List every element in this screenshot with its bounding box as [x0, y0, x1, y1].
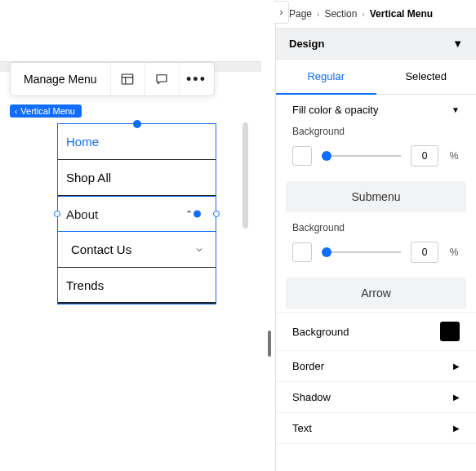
menu-item-label: About: [66, 207, 98, 221]
opacity-slider[interactable]: [322, 148, 401, 164]
opacity-input[interactable]: [411, 242, 438, 263]
crumb-section[interactable]: Section: [324, 8, 357, 20]
chevron-left-icon: ‹: [15, 107, 17, 116]
slider-track: [322, 155, 401, 157]
arrow-color-swatch[interactable]: [440, 322, 460, 341]
text-row[interactable]: Text ▶: [276, 413, 476, 444]
chevron-right-icon: ▶: [453, 424, 460, 433]
submenu-item-contact-us[interactable]: Contact Us: [58, 232, 216, 268]
panel-collapse-toggle[interactable]: ›: [274, 1, 289, 24]
submenu-background-control: %: [276, 238, 476, 274]
svg-rect-0: [122, 74, 133, 84]
panel-body: Fill color & opacity ▼ Background % Subm…: [276, 95, 476, 471]
element-toolbar: Manage Menu •••: [10, 62, 215, 96]
resize-handle-left[interactable]: [54, 211, 60, 217]
angle-icon: ⌃: [185, 209, 193, 220]
layout-icon: [120, 72, 135, 87]
selection-dot[interactable]: [194, 211, 201, 218]
menu-item-shop-all[interactable]: Shop All: [58, 160, 216, 196]
vertical-menu-element[interactable]: Home Shop All About ⌃ Contact Us Trends: [57, 123, 216, 304]
chevron-right-icon: ›: [280, 7, 283, 18]
chevron-right-icon: ▶: [453, 393, 460, 402]
opacity-slider[interactable]: [322, 244, 401, 260]
more-icon: •••: [186, 71, 207, 88]
crumb-page[interactable]: Page: [289, 8, 312, 20]
state-tabs: Regular Selected: [276, 60, 476, 95]
arrow-bg-label: Background: [292, 326, 349, 338]
tab-selected[interactable]: Selected: [376, 60, 477, 95]
border-row[interactable]: Border ▶: [276, 351, 476, 382]
slider-thumb[interactable]: [322, 247, 331, 257]
design-panel: Page › Section › Vertical Menu Design ▼ …: [275, 0, 476, 471]
element-badge[interactable]: ‹ Vertical Menu: [10, 104, 82, 118]
caret-down-icon: ▼: [452, 105, 460, 114]
canvas-scrollbar[interactable]: [242, 122, 248, 229]
submenu-group-header: Submenu: [286, 181, 466, 212]
chevron-right-icon: ▶: [453, 362, 460, 371]
tab-regular[interactable]: Regular: [276, 60, 376, 95]
more-actions-button[interactable]: •••: [180, 63, 214, 96]
badge-label: Vertical Menu: [20, 106, 75, 116]
submenu-background-label: Background: [276, 216, 476, 238]
unit-label: %: [448, 247, 460, 258]
crumb-sep: ›: [362, 10, 364, 19]
color-swatch[interactable]: [292, 242, 312, 262]
crumb-sep: ›: [317, 10, 319, 19]
unit-label: %: [448, 150, 460, 162]
canvas-header-area: [0, 0, 261, 62]
fill-color-row[interactable]: Fill color & opacity ▼: [276, 95, 476, 119]
section-title: Design: [289, 38, 324, 50]
editor-canvas: Manage Menu ••• ‹ Vertical Menu Home Sho…: [0, 0, 272, 471]
fill-color-label: Fill color & opacity: [292, 104, 378, 116]
menu-item-home[interactable]: Home: [58, 124, 216, 160]
border-label: Border: [292, 360, 324, 372]
comment-button[interactable]: [145, 63, 180, 96]
design-section-header[interactable]: Design ▼: [276, 28, 476, 60]
crumb-current: Vertical Menu: [370, 8, 433, 20]
background-control: %: [276, 142, 476, 178]
slider-thumb[interactable]: [322, 151, 331, 161]
background-label: Background: [276, 119, 476, 142]
breadcrumb: Page › Section › Vertical Menu: [276, 0, 476, 28]
menu-item-trends[interactable]: Trends: [58, 268, 216, 304]
opacity-input[interactable]: [411, 145, 438, 167]
resize-handle-top[interactable]: [133, 120, 141, 128]
caret-down-icon: ▼: [452, 38, 463, 50]
chevron-down-icon: [194, 245, 204, 255]
arrow-group-header: Arrow: [286, 278, 466, 309]
layout-button[interactable]: [111, 63, 145, 96]
panel-resize-handle[interactable]: [268, 331, 271, 357]
slider-track: [322, 251, 401, 253]
shadow-label: Shadow: [292, 391, 331, 403]
shadow-row[interactable]: Shadow ▶: [276, 382, 476, 413]
color-swatch[interactable]: [292, 146, 312, 166]
menu-item-about[interactable]: About ⌃: [58, 196, 216, 232]
arrow-background-row[interactable]: Background: [276, 312, 476, 351]
text-label: Text: [292, 422, 312, 434]
submenu-label: Contact Us: [71, 242, 131, 256]
resize-handle-right[interactable]: [213, 211, 220, 217]
manage-menu-button[interactable]: Manage Menu: [11, 63, 111, 96]
comment-icon: [154, 72, 169, 87]
